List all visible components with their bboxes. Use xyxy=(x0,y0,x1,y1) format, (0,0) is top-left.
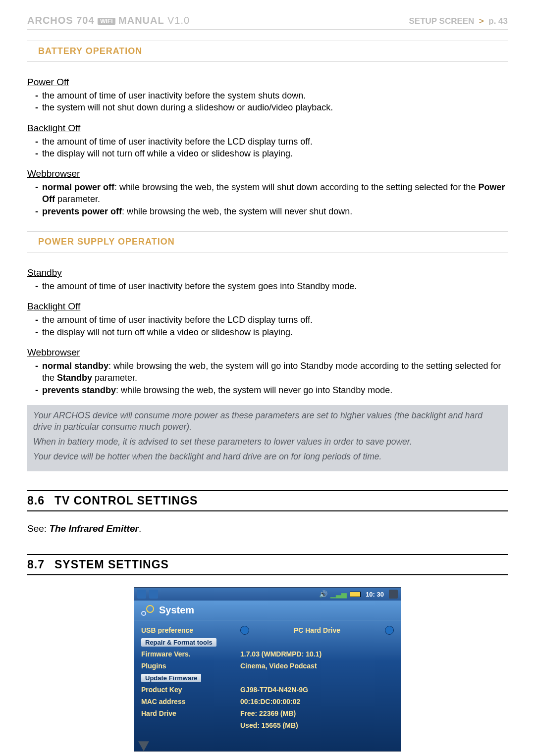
header-right: SETUP SCREEN > p. 43 xyxy=(409,16,508,26)
bullet: prevents power off: while browsing the w… xyxy=(37,205,508,217)
see-suffix: . xyxy=(139,523,141,534)
bullet: the amount of time of user inactivity be… xyxy=(37,136,508,148)
note-box: Your ARCHOS device will consume more pow… xyxy=(27,405,508,472)
back-icon[interactable] xyxy=(137,590,146,599)
chevron-icon: > xyxy=(479,16,484,26)
value: GJ98-T7D4-N42N-9G xyxy=(240,686,394,694)
page-header: ARCHOS 704 WIFI MANUAL V1.0 SETUP SCREEN… xyxy=(27,15,508,30)
system-body: USB preference PC Hard Drive Repair & Fo… xyxy=(134,620,401,738)
row-repair-format[interactable]: Repair & Format tools xyxy=(141,636,394,648)
row-hard-drive-used: Used: 15665 (MB) xyxy=(141,719,394,731)
label: Hard Drive xyxy=(141,709,235,717)
entry-power-off: Power Off the amount of time of user ina… xyxy=(27,77,508,114)
text: parameter. xyxy=(55,194,100,204)
section-battery-operation: BATTERY OPERATION xyxy=(27,41,508,62)
value: 1.7.03 (WMDRMPD: 10.1) xyxy=(240,650,394,658)
value-used: Used: 15665 (MB) xyxy=(240,721,394,729)
entry-webbrowser-power: Webbrowser normal standby: while browsin… xyxy=(27,347,508,396)
entry-backlight-off-battery: Backlight Off the amount of time of user… xyxy=(27,123,508,160)
close-icon[interactable] xyxy=(389,590,398,599)
bullet: the system will not shut down during a s… xyxy=(37,101,508,113)
update-firmware-button[interactable]: Update Firmware xyxy=(141,674,201,682)
system-heading: System xyxy=(134,601,401,620)
entry-standby: Standby the amount of time of user inact… xyxy=(27,267,508,292)
see-ref: The Infrared Emitter xyxy=(49,523,139,534)
label: MAC address xyxy=(141,698,235,706)
arrow-left-icon[interactable] xyxy=(240,626,249,635)
text: : while browsing the web, the system wil… xyxy=(116,385,392,395)
page-number: p. 43 xyxy=(488,16,508,26)
chapter-number: 8.6 xyxy=(27,494,45,507)
repair-format-button[interactable]: Repair & Format tools xyxy=(141,638,216,647)
entry-title: Webbrowser xyxy=(27,347,508,358)
value: Cinema, Video Podcast xyxy=(240,662,394,670)
text: : while browsing the web, the system wil… xyxy=(122,206,352,216)
signal-icon: ▁▃▅ xyxy=(330,590,347,598)
bullet: the display will not turn off while a vi… xyxy=(37,148,508,159)
manual-text: MANUAL xyxy=(118,15,164,26)
entry-title: Backlight Off xyxy=(27,123,508,134)
row-plugins: Plugins Cinema, Video Podcast xyxy=(141,660,394,672)
chapter-title: SYSTEM SETTINGS xyxy=(54,558,169,571)
bold-label: prevents standby xyxy=(42,385,116,395)
value: 00:16:DC:00:00:02 xyxy=(240,698,394,706)
bold-label: normal power off xyxy=(42,182,114,192)
arrow-right-icon[interactable] xyxy=(385,626,394,635)
bold-param: Standby xyxy=(57,373,92,383)
row-product-key: Product Key GJ98-T7D4-N42N-9G xyxy=(141,684,394,696)
entry-title: Standby xyxy=(27,267,508,278)
see-prefix: See: xyxy=(27,523,49,534)
section-power-supply-operation: POWER SUPPLY OPERATION xyxy=(27,231,508,252)
entry-backlight-off-power: Backlight Off the amount of time of user… xyxy=(27,301,508,338)
clock-text: 10: 30 xyxy=(366,591,384,598)
note-line: Your device will be hotter when the back… xyxy=(33,451,502,463)
entry-webbrowser-battery: Webbrowser normal power off: while brows… xyxy=(27,168,508,217)
setup-screen-label: SETUP SCREEN xyxy=(409,16,474,26)
gear-icon xyxy=(141,605,154,616)
version-text: V1.0 xyxy=(167,15,190,26)
scroll-down-icon[interactable] xyxy=(138,741,149,751)
chapter-8-6: 8.6 TV CONTROL SETTINGS xyxy=(27,490,508,511)
chapter-number: 8.7 xyxy=(27,558,45,571)
label: Firmware Vers. xyxy=(141,650,235,658)
header-left: ARCHOS 704 WIFI MANUAL V1.0 xyxy=(27,15,190,26)
bullet: the amount of time of user inactivity be… xyxy=(37,90,508,101)
label: Plugins xyxy=(141,662,235,670)
note-line: When in battery mode, it is advised to s… xyxy=(33,436,502,448)
bullet: the amount of time of user inactivity be… xyxy=(37,280,508,292)
chapter-title: TV CONTROL SETTINGS xyxy=(54,494,198,507)
row-update-firmware[interactable]: Update Firmware xyxy=(141,672,394,684)
entry-title: Power Off xyxy=(27,77,508,88)
entry-title: Webbrowser xyxy=(27,168,508,179)
entry-title: Backlight Off xyxy=(27,301,508,312)
row-hard-drive: Hard Drive Free: 22369 (MB) xyxy=(141,707,394,719)
battery-icon xyxy=(350,592,361,597)
bold-label: normal standby xyxy=(42,361,108,371)
system-settings-screenshot: 🔊 ▁▃▅ 10: 30 System USB preference PC Ha… xyxy=(134,587,401,752)
bullet: the amount of time of user inactivity be… xyxy=(37,314,508,326)
home-icon[interactable] xyxy=(149,590,158,599)
note-line: Your ARCHOS device will consume more pow… xyxy=(33,410,502,433)
label: USB preference xyxy=(141,626,235,634)
text: : while browsing the web, the system wil… xyxy=(114,182,478,192)
wifi-badge: WIFI xyxy=(98,18,115,25)
row-mac-address: MAC address 00:16:DC:00:00:02 xyxy=(141,696,394,707)
chapter-8-7: 8.7 SYSTEM SETTINGS xyxy=(27,554,508,575)
label: Product Key xyxy=(141,686,235,694)
bullet: normal standby: while browsing the web, … xyxy=(37,360,508,384)
system-heading-text: System xyxy=(159,605,194,616)
see-line: See: The Infrared Emitter. xyxy=(27,523,508,534)
bold-label: prevents power off xyxy=(42,206,122,216)
value-free: Free: 22369 (MB) xyxy=(240,709,394,717)
row-usb-preference: USB preference PC Hard Drive xyxy=(141,624,394,636)
value: PC Hard Drive xyxy=(254,626,380,634)
system-titlebar: 🔊 ▁▃▅ 10: 30 xyxy=(134,588,401,601)
volume-icon[interactable]: 🔊 xyxy=(319,590,327,598)
bullet: the display will not turn off while a vi… xyxy=(37,326,508,338)
brand-text: ARCHOS 704 xyxy=(27,15,95,26)
bullet: prevents standby: while browsing the web… xyxy=(37,384,508,396)
text: parameter. xyxy=(92,373,137,383)
row-firmware-version: Firmware Vers. 1.7.03 (WMDRMPD: 10.1) xyxy=(141,648,394,660)
bullet: normal power off: while browsing the web… xyxy=(37,181,508,205)
